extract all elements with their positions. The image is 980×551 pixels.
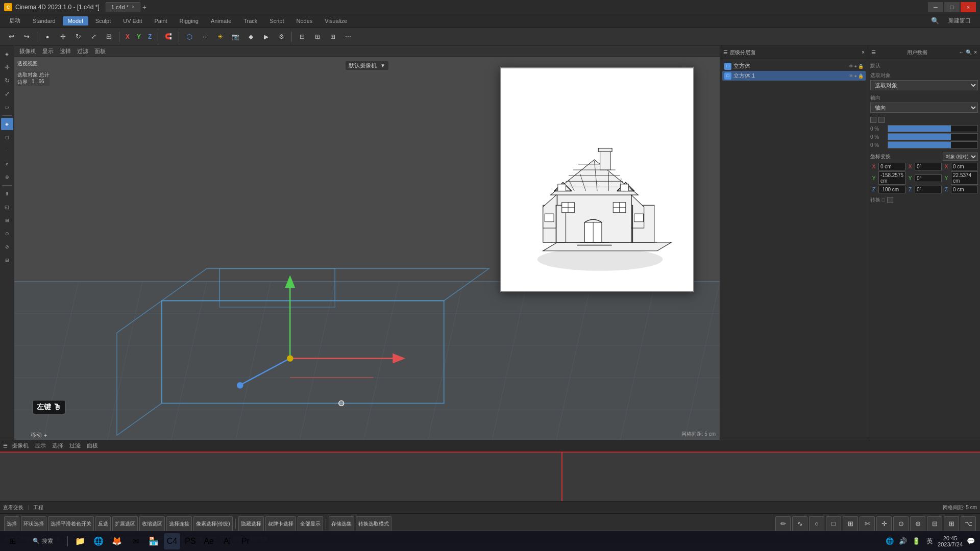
vt-display-btn[interactable]: 显示 bbox=[40, 47, 56, 56]
coord-x-rot[interactable]: 0° bbox=[915, 163, 942, 170]
hide-select-btn[interactable]: 隐藏选择 bbox=[238, 516, 264, 532]
cube1-render-icon[interactable]: ● bbox=[854, 64, 857, 69]
tl-filter-btn[interactable]: 过滤 bbox=[67, 441, 83, 450]
mode-tab-paint[interactable]: Paint bbox=[150, 16, 173, 26]
new-window-btn[interactable]: 新建窗口 bbox=[943, 15, 976, 26]
connect-btn[interactable]: 选择连接 bbox=[166, 516, 192, 532]
frp-search-icon[interactable]: 🔍 bbox=[966, 49, 972, 55]
mode-tab-standard[interactable]: Standard bbox=[28, 16, 61, 26]
sidebar-poly-btn[interactable]: ▭ bbox=[1, 101, 13, 113]
taskbar-ps-btn[interactable]: PS bbox=[182, 533, 199, 549]
vt-select-btn[interactable]: 选择 bbox=[58, 47, 73, 56]
sidebar-loop-btn[interactable]: ⊕ bbox=[1, 171, 13, 183]
more-button[interactable]: ⋯ bbox=[341, 30, 355, 44]
coord-z-scale[interactable]: 0 cm bbox=[951, 186, 978, 193]
material-button[interactable]: ◆ bbox=[243, 30, 258, 44]
edit-magnet-btn[interactable]: ⊙ bbox=[893, 516, 909, 532]
tl-camera-btn[interactable]: 摄像机 bbox=[10, 441, 31, 450]
coord-y-rot[interactable]: 0° bbox=[915, 174, 942, 182]
apply-checkbox[interactable] bbox=[887, 197, 893, 203]
mode-tab-animate[interactable]: Animate bbox=[206, 16, 236, 26]
cube-button[interactable]: ⬡ bbox=[182, 30, 197, 44]
light-button[interactable]: ☀ bbox=[213, 30, 227, 44]
coord-z-rot[interactable]: 0° bbox=[915, 186, 942, 193]
tray-volume-icon[interactable]: 🔊 bbox=[898, 536, 908, 546]
taskbar-chrome-btn[interactable]: 🌐 bbox=[90, 533, 107, 549]
cube2-lock-icon[interactable]: 🔒 bbox=[858, 73, 864, 79]
layout-button[interactable]: ⊟ bbox=[295, 30, 309, 44]
cube2-vis-icon[interactable]: 👁 bbox=[849, 73, 853, 79]
taskbar-c4d-btn[interactable]: C4 bbox=[164, 533, 180, 549]
mode-tab-track[interactable]: Track bbox=[238, 16, 262, 26]
coord-y-scale[interactable]: 22.5374 cm bbox=[951, 171, 978, 185]
frp-slider-1[interactable] bbox=[888, 125, 978, 132]
sidebar-rotate-btn[interactable]: ↻ bbox=[1, 74, 13, 87]
rotate-button[interactable]: ↻ bbox=[71, 30, 85, 44]
tl-panel-btn[interactable]: 面板 bbox=[85, 441, 100, 450]
card-select-btn[interactable]: 叔牌卡选择 bbox=[265, 516, 296, 532]
show-all-btn[interactable]: 全部显示 bbox=[298, 516, 323, 532]
start-button[interactable]: ⊞ bbox=[4, 533, 20, 549]
axis-z[interactable]: Z bbox=[145, 32, 155, 41]
maximize-button[interactable]: □ bbox=[944, 2, 960, 12]
edit-more-btn[interactable]: ⊞ bbox=[843, 516, 858, 532]
tree-item-cube1[interactable]: □ 立方体 👁 ● 🔒 bbox=[722, 61, 866, 71]
axis-x[interactable]: X bbox=[122, 32, 133, 41]
sphere-button[interactable]: ○ bbox=[198, 30, 212, 44]
minimize-button[interactable]: ─ bbox=[928, 2, 943, 12]
edit-curve-btn[interactable]: ∿ bbox=[792, 516, 807, 532]
edit-deform-btn[interactable]: ⌥ bbox=[961, 516, 976, 532]
edit-snap-btn[interactable]: ⊕ bbox=[910, 516, 925, 532]
invert-btn[interactable]: 反选 bbox=[95, 516, 111, 532]
sidebar-weld-btn[interactable]: ⊙ bbox=[1, 228, 13, 240]
mode-tab-visualize[interactable]: Visualize bbox=[320, 16, 352, 26]
frp-checkbox-1[interactable] bbox=[870, 117, 876, 123]
relative-dropdown[interactable]: 对象 (相对) bbox=[943, 153, 978, 161]
taskbar-ae-btn[interactable]: Ae bbox=[201, 533, 217, 549]
live-selection-button[interactable]: ● bbox=[40, 30, 55, 44]
tree-item-cube2[interactable]: □ 立方体.1 👁 ● 🔒 bbox=[722, 71, 866, 81]
frame-button[interactable]: ⊞ bbox=[310, 30, 325, 44]
sidebar-dissolve-btn[interactable]: ⊘ bbox=[1, 241, 13, 253]
camera-button[interactable]: 📷 bbox=[228, 30, 242, 44]
tray-network-icon[interactable]: 🌐 bbox=[885, 536, 895, 546]
frp-slider-3[interactable] bbox=[888, 141, 978, 148]
sidebar-bevel-btn[interactable]: ◱ bbox=[1, 201, 13, 213]
reference-panel[interactable]: .sketch { fill: none; stroke: #222; stro… bbox=[500, 67, 694, 292]
render-button[interactable]: ▶ bbox=[259, 30, 273, 44]
cube1-lock-icon[interactable]: 🔒 bbox=[858, 64, 864, 69]
tl-menu-icon[interactable]: ☰ bbox=[3, 443, 8, 448]
sidebar-subdivide-btn[interactable]: ⊞ bbox=[1, 214, 13, 227]
sidebar-edge-btn[interactable]: ◻ bbox=[1, 131, 13, 143]
transform-button[interactable]: ⊞ bbox=[102, 30, 116, 44]
camera-dropdown-icon[interactable]: ▼ bbox=[380, 63, 385, 68]
cube1-vis-icon[interactable]: 👁 bbox=[849, 64, 853, 69]
pixel-select-btn[interactable]: 像素选择(传统) bbox=[193, 516, 233, 532]
store-select-btn[interactable]: 存储选集 bbox=[329, 516, 354, 532]
edit-sphere-btn[interactable]: ○ bbox=[809, 516, 824, 532]
tab-close-icon[interactable]: × bbox=[132, 4, 135, 10]
loop-select-btn[interactable]: 环状选择 bbox=[21, 516, 46, 532]
edit-array-btn[interactable]: ⊞ bbox=[944, 516, 959, 532]
taskbar-store-btn[interactable]: 🏪 bbox=[145, 533, 162, 549]
sidebar-scale-btn[interactable]: ⤢ bbox=[1, 88, 13, 100]
snap-button[interactable]: 🧲 bbox=[161, 30, 176, 44]
close-button[interactable]: × bbox=[961, 2, 976, 12]
frp-nav-back[interactable]: ← bbox=[959, 49, 964, 55]
sidebar-extrude-btn[interactable]: ⬆ bbox=[1, 188, 13, 200]
clock-area[interactable]: 20:45 2023/7/24 bbox=[938, 535, 963, 547]
edit-cube-btn[interactable]: □ bbox=[826, 516, 841, 532]
tab-add-icon[interactable]: + bbox=[142, 3, 146, 11]
redo-button[interactable]: ↪ bbox=[19, 30, 34, 44]
coord-x-pos[interactable]: 0 cm bbox=[878, 163, 905, 170]
panel-close-icon[interactable]: × bbox=[862, 49, 865, 55]
render-settings-button[interactable]: ⚙ bbox=[274, 30, 288, 44]
shrink-btn[interactable]: 收缩选区 bbox=[139, 516, 165, 532]
sidebar-point-btn[interactable]: · bbox=[1, 144, 13, 157]
frp-select-dropdown[interactable]: 选取对象 bbox=[870, 80, 978, 90]
taskbar-ai-btn[interactable]: Ai bbox=[219, 533, 235, 549]
edit-move-btn[interactable]: ✛ bbox=[876, 516, 892, 532]
sidebar-move-btn[interactable]: ✛ bbox=[1, 61, 13, 73]
tl-select-btn[interactable]: 选择 bbox=[50, 441, 65, 450]
cube2-render-icon[interactable]: ● bbox=[854, 73, 857, 79]
